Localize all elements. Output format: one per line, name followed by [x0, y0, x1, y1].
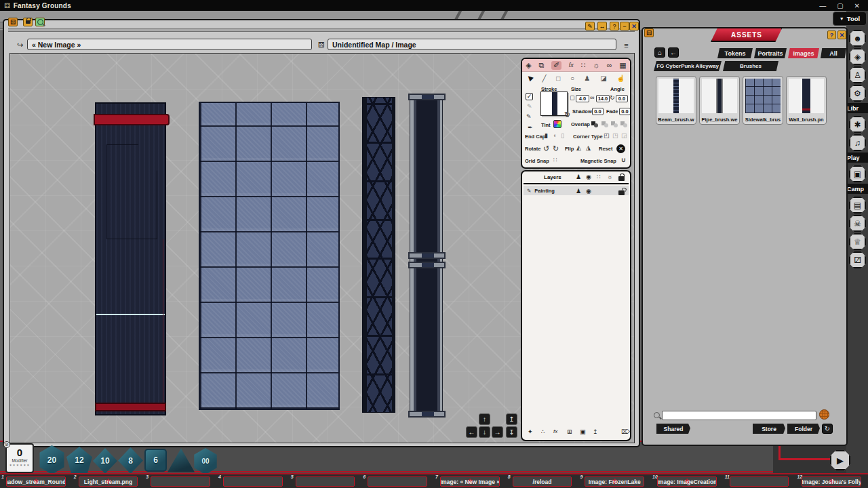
- layer-move-icon[interactable]: ♟: [576, 188, 581, 195]
- tab-portraits[interactable]: Portraits: [754, 48, 787, 58]
- magnet-icon[interactable]: ∪: [621, 157, 626, 163]
- sidebar-item-tables[interactable]: ⚂: [849, 251, 866, 268]
- zoom-out-button[interactable]: ↧: [506, 426, 517, 438]
- window-minimize-button[interactable]: −: [620, 22, 629, 30]
- overlap-option-4[interactable]: [620, 121, 627, 127]
- maximize-button[interactable]: ▢: [837, 2, 843, 9]
- sidewalk-brush-stroke[interactable]: [199, 102, 340, 410]
- hotkey-slot[interactable]: 3: [144, 474, 217, 488]
- fx-mode-icon[interactable]: fx: [569, 62, 574, 68]
- asset-sidewalk-brush[interactable]: Sidewalk_brus: [743, 76, 783, 125]
- image-icon[interactable]: ▣: [580, 428, 586, 435]
- sidebar-item-treasure[interactable]: ♕: [849, 233, 866, 250]
- hotkey-slot[interactable]: 11: [724, 474, 796, 488]
- asset-grid-button[interactable]: [819, 409, 829, 420]
- trash-icon[interactable]: ⌦: [621, 428, 630, 435]
- cap-butt-icon[interactable]: ▮: [545, 132, 548, 139]
- hotkey-slot[interactable]: 5: [290, 474, 362, 488]
- shadow-field[interactable]: 0.0: [592, 108, 604, 115]
- breadcrumb-module[interactable]: FG CyberPunk Alleyway: [654, 61, 722, 71]
- window-dice-icon[interactable]: ⚄: [8, 18, 18, 26]
- flip-horizontal-icon[interactable]: ◭: [576, 144, 581, 151]
- pan-up-button[interactable]: ↑: [479, 413, 490, 425]
- token-mode-icon[interactable]: ◈: [526, 61, 531, 70]
- size-field[interactable]: 4.0: [576, 95, 589, 102]
- hotkey-slot[interactable]: 4: [217, 474, 290, 488]
- grid-snap-icon[interactable]: ∷: [553, 157, 557, 163]
- sidebar-item-party[interactable]: ☻: [849, 30, 866, 47]
- shared-button[interactable]: Shared: [656, 424, 690, 434]
- tint-color-swatch[interactable]: [553, 120, 561, 128]
- sidebar-section-play[interactable]: Play: [845, 152, 868, 163]
- layer-visibility-icon[interactable]: ◉: [586, 188, 591, 195]
- overlap-option-2[interactable]: [601, 121, 608, 127]
- lighting-icon[interactable]: ☼: [593, 61, 599, 69]
- d6-die[interactable]: 6: [144, 449, 167, 472]
- layer-edit-icon[interactable]: ✎: [527, 188, 531, 194]
- refresh-button[interactable]: ↻: [822, 424, 833, 434]
- cap-square-icon[interactable]: ▯: [561, 132, 564, 139]
- eyedropper-icon[interactable]: ✒: [528, 124, 533, 131]
- hotkey-slot[interactable]: 1✱Shadow_stream_Round.p: [0, 474, 73, 488]
- eraser-tool-icon[interactable]: ◪: [600, 75, 606, 82]
- sidebar-item-npcs[interactable]: ☠: [849, 215, 866, 232]
- node-link-icon[interactable]: ∴: [541, 428, 545, 435]
- image-type-field[interactable]: Unidentified Map / Image: [328, 39, 616, 50]
- pan-left-button[interactable]: ←: [466, 426, 477, 438]
- assets-title-banner[interactable]: Assets: [711, 27, 783, 42]
- reset-button[interactable]: ✕: [616, 144, 625, 153]
- rotate-preview-icon[interactable]: ↻: [564, 110, 570, 119]
- layers-mode-icon[interactable]: ⧉: [538, 61, 544, 70]
- tab-tokens[interactable]: Tokens: [717, 48, 753, 58]
- flip-vertical-icon[interactable]: ◮: [586, 144, 591, 151]
- rect-tool-icon[interactable]: □: [556, 75, 560, 82]
- tab-images[interactable]: Images: [788, 48, 819, 58]
- sidebar-section-library[interactable]: Libr: [845, 103, 868, 113]
- window-close-button[interactable]: ✕: [629, 22, 639, 30]
- corner-miter-icon[interactable]: ◰: [604, 132, 610, 139]
- zoom-in-button[interactable]: ↥: [506, 413, 517, 425]
- paint-mode-icon[interactable]: ✐: [551, 61, 561, 70]
- home-button[interactable]: ⌂: [654, 47, 665, 58]
- share-icon[interactable]: ↪: [15, 40, 25, 50]
- sidebar-item-options[interactable]: ⚙: [849, 85, 866, 102]
- lock-all-icon[interactable]: [618, 176, 625, 181]
- layer-unlock-icon[interactable]: [618, 190, 625, 195]
- stroke-enabled-checkbox[interactable]: ✓: [526, 93, 533, 100]
- store-button[interactable]: Store: [753, 424, 785, 434]
- pan-down-button[interactable]: ↓: [479, 426, 490, 438]
- sidebar-item-characters[interactable]: ♙: [849, 66, 866, 83]
- hotkey-slot[interactable]: 6: [361, 474, 434, 488]
- asset-pipe-brush[interactable]: Pipe_brush.we: [699, 76, 740, 125]
- link-icon[interactable]: ∞: [590, 94, 594, 101]
- close-button[interactable]: ✕: [854, 2, 860, 9]
- corner-round-icon[interactable]: ◳: [612, 132, 618, 139]
- width-field[interactable]: 14.0: [596, 95, 610, 102]
- hotkey-slot[interactable]: 9✱Image: FrozenLake: [578, 474, 651, 488]
- assets-dice-icon[interactable]: ⚄: [644, 28, 654, 37]
- assets-help-button[interactable]: ?: [827, 30, 836, 39]
- back-button[interactable]: ←: [668, 47, 679, 58]
- folder-button[interactable]: Folder: [787, 424, 820, 434]
- hotkey-slot[interactable]: 12✱Image: Joshua's Folly: [795, 474, 868, 488]
- sidebar-item-notes[interactable]: ▤: [849, 197, 866, 214]
- tool-menu-button[interactable]: ▼ Tool: [833, 12, 867, 26]
- corner-bevel-icon[interactable]: ◲: [621, 132, 627, 139]
- rotate-ccw-icon[interactable]: ↺: [543, 144, 549, 153]
- cap-round-icon[interactable]: ◖: [553, 132, 556, 139]
- pointer-tool-icon[interactable]: ▶: [526, 74, 534, 83]
- hotkey-slot[interactable]: 2✱Light_stream.png: [73, 474, 145, 488]
- menu-icon[interactable]: ≡: [621, 40, 631, 50]
- visibility-icon[interactable]: ◉: [586, 174, 591, 180]
- window-lock-icon[interactable]: [23, 18, 33, 26]
- new-folder-icon[interactable]: ⊞: [567, 428, 572, 435]
- minimize-button[interactable]: —: [819, 2, 826, 9]
- hotkey-slot[interactable]: 7✱Image: « New Image »: [434, 474, 507, 488]
- beam-brush-stroke[interactable]: [362, 97, 395, 413]
- edit-pencil-icon[interactable]: ✎: [526, 113, 532, 120]
- overlap-option-1[interactable]: [591, 121, 598, 127]
- mask-icon[interactable]: ∞: [607, 61, 612, 69]
- light-icon[interactable]: ☼: [607, 174, 612, 180]
- touch-tool-icon[interactable]: ☝: [616, 75, 625, 82]
- window-edit-button[interactable]: ✎: [585, 22, 595, 30]
